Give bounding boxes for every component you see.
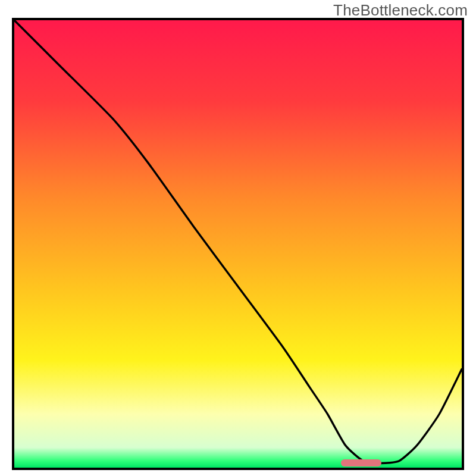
optimum-marker: [341, 459, 381, 466]
plot-area: [14, 20, 462, 468]
chart-frame: [12, 18, 464, 470]
watermark-text: TheBottleneck.com: [333, 1, 468, 20]
bottleneck-curve: [14, 20, 462, 468]
